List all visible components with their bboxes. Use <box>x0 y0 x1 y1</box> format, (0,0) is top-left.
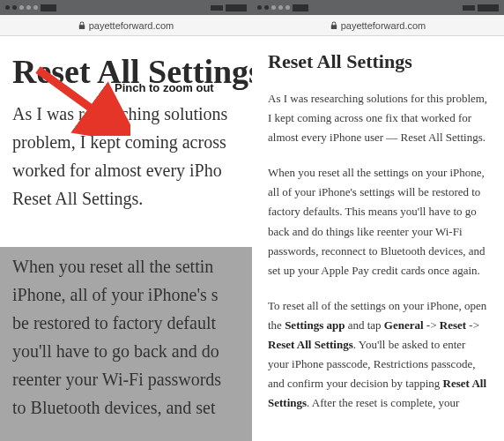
address-bar[interactable]: payetteforward.com <box>252 15 504 36</box>
paragraph-1: As I was researching solutions problem, … <box>12 100 240 213</box>
status-indicator <box>211 5 223 11</box>
page-content[interactable]: Reset All Settings As I was researching … <box>252 36 504 413</box>
screenshot-right: payetteforward.com Reset All Settings As… <box>252 0 504 441</box>
page-heading: Reset All Settings <box>12 52 240 91</box>
carrier-indicator <box>293 4 308 11</box>
url-text: payetteforward.com <box>341 20 426 31</box>
battery-indicator <box>478 4 499 11</box>
battery-indicator <box>226 4 247 11</box>
carrier-indicator <box>41 4 56 11</box>
url-text: payetteforward.com <box>89 20 174 31</box>
paragraph-1: As I was researching solutions for this … <box>268 89 488 147</box>
page-heading: Reset All Settings <box>268 50 488 73</box>
page-content[interactable]: Reset All Settings As I was researching … <box>0 36 252 213</box>
status-bar <box>0 0 252 15</box>
lock-icon <box>78 21 85 30</box>
lock-icon <box>330 21 337 30</box>
paragraph-3: To reset all of the settings on your iPh… <box>268 296 488 414</box>
status-indicator <box>463 5 475 11</box>
zoom-dim-overlay: When you reset all the settin iPhone, al… <box>0 247 252 441</box>
status-bar <box>252 0 504 15</box>
paragraph-2: When you reset all the settings on your … <box>268 163 488 280</box>
screenshot-left: payetteforward.com Reset All Settings As… <box>0 0 252 441</box>
paragraph-2: When you reset all the settin iPhone, al… <box>12 252 240 422</box>
address-bar[interactable]: payetteforward.com <box>0 15 252 36</box>
